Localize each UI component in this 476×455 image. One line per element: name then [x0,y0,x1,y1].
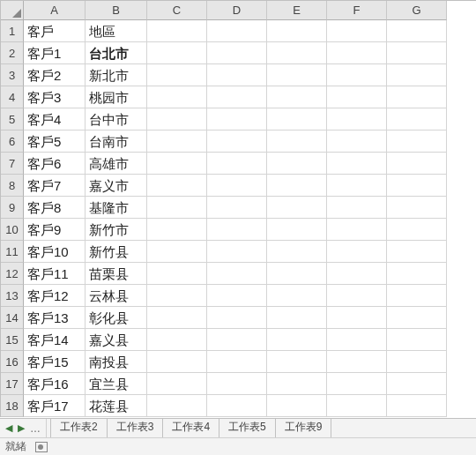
cell-F1[interactable] [327,20,387,42]
cell-C6[interactable] [147,131,207,153]
row-header-14[interactable]: 14 [1,307,24,329]
cell-G2[interactable] [387,42,447,64]
row-header-12[interactable]: 12 [1,263,24,285]
sheet-tab-工作表4[interactable]: 工作表4 [163,419,219,437]
cell-E18[interactable] [267,395,327,417]
cell-C9[interactable] [147,197,207,219]
cell-D9[interactable] [207,197,267,219]
cell-A2[interactable]: 客戶1 [24,42,86,64]
cell-G16[interactable] [387,351,447,373]
cell-F18[interactable] [327,395,387,417]
column-header-F[interactable]: F [327,1,387,20]
cell-B8[interactable]: 嘉义市 [86,175,147,197]
cell-F12[interactable] [327,263,387,285]
row-header-11[interactable]: 11 [1,241,24,263]
cell-A3[interactable]: 客戶2 [24,64,86,86]
cell-D11[interactable] [207,241,267,263]
cell-F8[interactable] [327,175,387,197]
cell-G11[interactable] [387,241,447,263]
cell-G4[interactable] [387,86,447,108]
cell-A4[interactable]: 客戶3 [24,86,86,108]
cell-C3[interactable] [147,64,207,86]
cell-C8[interactable] [147,175,207,197]
cell-B10[interactable]: 新竹市 [86,219,147,241]
cell-C5[interactable] [147,108,207,131]
cell-D13[interactable] [207,285,267,307]
sheet-nav-next-icon[interactable]: ▶ [18,422,25,434]
row-header-16[interactable]: 16 [1,351,24,373]
cell-G9[interactable] [387,197,447,219]
cell-D16[interactable] [207,351,267,373]
sheet-tab-工作表2[interactable]: 工作表2 [50,419,108,437]
cell-F5[interactable] [327,108,387,131]
cell-E3[interactable] [267,64,327,86]
cell-D7[interactable] [207,153,267,175]
row-header-5[interactable]: 5 [1,108,24,131]
cell-E17[interactable] [267,373,327,395]
cell-E13[interactable] [267,285,327,307]
cell-B3[interactable]: 新北市 [86,64,147,86]
cell-F14[interactable] [327,307,387,329]
row-header-7[interactable]: 7 [1,153,24,175]
cell-E1[interactable] [267,20,327,42]
cell-A12[interactable]: 客戶11 [24,263,86,285]
cell-G5[interactable] [387,108,447,131]
cell-E5[interactable] [267,108,327,131]
cell-C10[interactable] [147,219,207,241]
cell-C17[interactable] [147,373,207,395]
cell-G7[interactable] [387,153,447,175]
row-header-3[interactable]: 3 [1,64,24,86]
cell-C2[interactable] [147,42,207,64]
cell-G10[interactable] [387,219,447,241]
cell-C11[interactable] [147,241,207,263]
row-header-15[interactable]: 15 [1,329,24,351]
cell-E10[interactable] [267,219,327,241]
cell-D10[interactable] [207,219,267,241]
cell-A14[interactable]: 客戶13 [24,307,86,329]
cell-E16[interactable] [267,351,327,373]
cell-B4[interactable]: 桃园市 [86,86,147,108]
cell-A18[interactable]: 客戶17 [24,395,86,417]
cell-B13[interactable]: 云林县 [86,285,147,307]
sheet-nav-prev-icon[interactable]: ◀ [5,422,12,434]
cell-C15[interactable] [147,329,207,351]
cell-A8[interactable]: 客戶7 [24,175,86,197]
cell-F16[interactable] [327,351,387,373]
cell-A13[interactable]: 客戶12 [24,285,86,307]
cell-E8[interactable] [267,175,327,197]
cell-F10[interactable] [327,219,387,241]
cell-A9[interactable]: 客戶8 [24,197,86,219]
cell-G18[interactable] [387,395,447,417]
cell-B5[interactable]: 台中市 [86,108,147,131]
cell-D18[interactable] [207,395,267,417]
macro-record-icon[interactable] [35,442,48,452]
sheet-tab-工作表9[interactable]: 工作表9 [276,419,332,437]
cell-D5[interactable] [207,108,267,131]
row-header-13[interactable]: 13 [1,285,24,307]
row-header-2[interactable]: 2 [1,42,24,64]
cell-G3[interactable] [387,64,447,86]
cell-F7[interactable] [327,153,387,175]
cell-C18[interactable] [147,395,207,417]
cell-G8[interactable] [387,175,447,197]
cell-A5[interactable]: 客戶4 [24,108,86,131]
sheet-nav-more-icon[interactable]: … [30,422,41,435]
cell-C16[interactable] [147,351,207,373]
cell-B1[interactable]: 地區 [86,20,147,42]
row-header-4[interactable]: 4 [1,86,24,108]
cell-B14[interactable]: 彰化县 [86,307,147,329]
sheet-tab-工作表5[interactable]: 工作表5 [219,419,276,437]
cell-B9[interactable]: 基隆市 [86,197,147,219]
cell-B11[interactable]: 新竹县 [86,241,147,263]
row-header-6[interactable]: 6 [1,131,24,153]
cell-F4[interactable] [327,86,387,108]
row-header-1[interactable]: 1 [1,20,24,42]
cell-B15[interactable]: 嘉义县 [86,329,147,351]
cell-F15[interactable] [327,329,387,351]
row-header-8[interactable]: 8 [1,175,24,197]
cell-B2[interactable]: 台北市 [86,42,147,64]
cell-E4[interactable] [267,86,327,108]
cell-E14[interactable] [267,307,327,329]
cell-F9[interactable] [327,197,387,219]
cell-C4[interactable] [147,86,207,108]
